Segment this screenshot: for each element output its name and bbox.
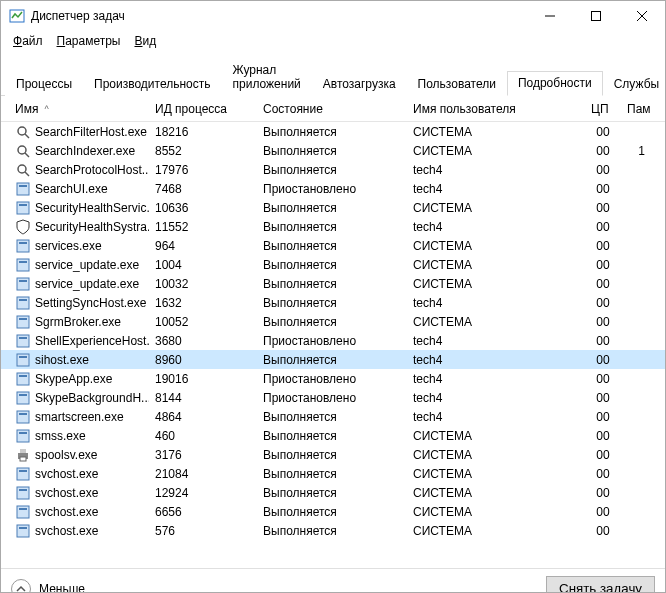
svg-rect-36 — [19, 432, 27, 434]
cell-mem — [621, 321, 651, 323]
table-row[interactable]: SgrmBroker.exe10052ВыполняетсяСИСТЕМА00 — [1, 312, 665, 331]
process-name-label: SgrmBroker.exe — [35, 315, 121, 329]
cell-pid: 10032 — [149, 276, 257, 292]
cell-pid: 3680 — [149, 333, 257, 349]
table-row[interactable]: SearchUI.exe7468Приостановленоtech400 — [1, 179, 665, 198]
table-row[interactable]: ShellExperienceHost....3680Приостановлен… — [1, 331, 665, 350]
cell-state: Выполняется — [257, 257, 407, 273]
tab-details[interactable]: Подробности — [507, 71, 603, 96]
cell-pid: 1004 — [149, 257, 257, 273]
column-header-pid[interactable]: ИД процесса — [149, 98, 257, 120]
column-header-name[interactable]: Имя^ — [9, 98, 149, 120]
tab-processes[interactable]: Процессы — [5, 72, 83, 96]
window-title: Диспетчер задач — [31, 9, 125, 23]
process-name-label: SearchFilterHost.exe — [35, 125, 147, 139]
cell-name: smartscreen.exe — [9, 408, 149, 426]
tab-performance[interactable]: Производительность — [83, 72, 221, 96]
menu-view[interactable]: Вид — [128, 32, 162, 50]
end-task-button[interactable]: Снять задачу — [546, 576, 655, 593]
table-row[interactable]: svchost.exe576ВыполняетсяСИСТЕМА00 — [1, 521, 665, 540]
table-row[interactable]: smss.exe460ВыполняетсяСИСТЕМА00 — [1, 426, 665, 445]
tab-app-history[interactable]: Журнал приложений — [222, 58, 312, 96]
cell-name: ShellExperienceHost.... — [9, 332, 149, 350]
table-row[interactable]: SearchFilterHost.exe18216ВыполняетсяСИСТ… — [1, 122, 665, 141]
cell-user: tech4 — [407, 181, 585, 197]
cell-state: Приостановлено — [257, 371, 407, 387]
menu-options[interactable]: Параметры — [51, 32, 127, 50]
column-header-mem[interactable]: Пам — [621, 98, 651, 120]
cell-state: Выполняется — [257, 162, 407, 178]
table-row[interactable]: SearchIndexer.exe8552ВыполняетсяСИСТЕМА0… — [1, 141, 665, 160]
svg-line-6 — [25, 134, 29, 138]
svg-rect-32 — [19, 394, 27, 396]
close-button[interactable] — [619, 1, 665, 31]
table-row[interactable]: SecurityHealthSystra...11552Выполняетсяt… — [1, 217, 665, 236]
cell-mem — [621, 511, 651, 513]
cell-name: SearchProtocolHost... — [9, 161, 149, 179]
fewer-details-button[interactable]: Меньше — [11, 579, 85, 594]
cell-user: СИСТЕМА — [407, 485, 585, 501]
generic-icon — [15, 390, 31, 406]
svg-rect-26 — [19, 337, 27, 339]
menu-file[interactable]: Файл — [7, 32, 49, 50]
cell-mem — [621, 492, 651, 494]
svg-rect-11 — [17, 183, 29, 195]
table-body[interactable]: SearchFilterHost.exe18216ВыполняетсяСИСТ… — [1, 122, 665, 568]
table-row[interactable]: service_update.exe1004ВыполняетсяСИСТЕМА… — [1, 255, 665, 274]
table-row[interactable]: service_update.exe10032ВыполняетсяСИСТЕМ… — [1, 274, 665, 293]
tab-users[interactable]: Пользователи — [407, 72, 507, 96]
generic-icon — [15, 238, 31, 254]
table-row[interactable]: svchost.exe21084ВыполняетсяСИСТЕМА00 — [1, 464, 665, 483]
process-name-label: SkypeBackgroundH... — [35, 391, 149, 405]
table-row[interactable]: spoolsv.exe3176ВыполняетсяСИСТЕМА00 — [1, 445, 665, 464]
table-row[interactable]: services.exe964ВыполняетсяСИСТЕМА00 — [1, 236, 665, 255]
column-header-user[interactable]: Имя пользователя — [407, 98, 585, 120]
table-row[interactable]: svchost.exe6656ВыполняетсяСИСТЕМА00 — [1, 502, 665, 521]
shield-icon — [15, 219, 31, 235]
cell-pid: 7468 — [149, 181, 257, 197]
table-row[interactable]: SettingSyncHost.exe1632Выполняетсяtech40… — [1, 293, 665, 312]
table-row[interactable]: SearchProtocolHost...17976Выполняетсяtec… — [1, 160, 665, 179]
svg-rect-20 — [19, 280, 27, 282]
cell-pid: 3176 — [149, 447, 257, 463]
maximize-button[interactable] — [573, 1, 619, 31]
svg-rect-25 — [17, 335, 29, 347]
cell-state: Выполняется — [257, 276, 407, 292]
table-row[interactable]: SecurityHealthServic...10636ВыполняетсяС… — [1, 198, 665, 217]
cell-name: svchost.exe — [9, 465, 149, 483]
table-row[interactable]: SkypeApp.exe19016Приостановленоtech400 — [1, 369, 665, 388]
search-icon — [15, 124, 31, 140]
cell-state: Выполняется — [257, 447, 407, 463]
svg-rect-38 — [20, 449, 26, 453]
tab-strip: Процессы Производительность Журнал прило… — [1, 51, 665, 96]
cell-mem — [621, 283, 651, 285]
generic-icon — [15, 314, 31, 330]
table-row[interactable]: SkypeBackgroundH...8144Приостановленоtec… — [1, 388, 665, 407]
cell-pid: 576 — [149, 523, 257, 539]
titlebar: Диспетчер задач — [1, 1, 665, 31]
table-row[interactable]: sihost.exe8960Выполняетсяtech400 — [1, 350, 665, 369]
cell-mem — [621, 416, 651, 418]
process-name-label: spoolsv.exe — [35, 448, 97, 462]
svg-rect-28 — [19, 356, 27, 358]
svg-rect-16 — [19, 242, 27, 244]
svg-rect-12 — [19, 185, 27, 187]
cell-name: SecurityHealthSystra... — [9, 218, 149, 236]
tab-services[interactable]: Службы — [603, 72, 666, 96]
column-header-cpu[interactable]: ЦП — [585, 98, 621, 120]
table-row[interactable]: svchost.exe12924ВыполняетсяСИСТЕМА00 — [1, 483, 665, 502]
tab-startup[interactable]: Автозагрузка — [312, 72, 407, 96]
cell-mem: 1 — [621, 143, 651, 159]
svg-rect-14 — [19, 204, 27, 206]
cell-mem — [621, 302, 651, 304]
svg-point-9 — [18, 165, 26, 173]
cell-mem — [621, 397, 651, 399]
cell-cpu: 00 — [585, 333, 621, 349]
svg-rect-31 — [17, 392, 29, 404]
cell-pid: 1632 — [149, 295, 257, 311]
minimize-button[interactable] — [527, 1, 573, 31]
svg-rect-40 — [17, 468, 29, 480]
table-row[interactable]: smartscreen.exe4864Выполняетсяtech400 — [1, 407, 665, 426]
column-header-state[interactable]: Состояние — [257, 98, 407, 120]
cell-pid: 6656 — [149, 504, 257, 520]
